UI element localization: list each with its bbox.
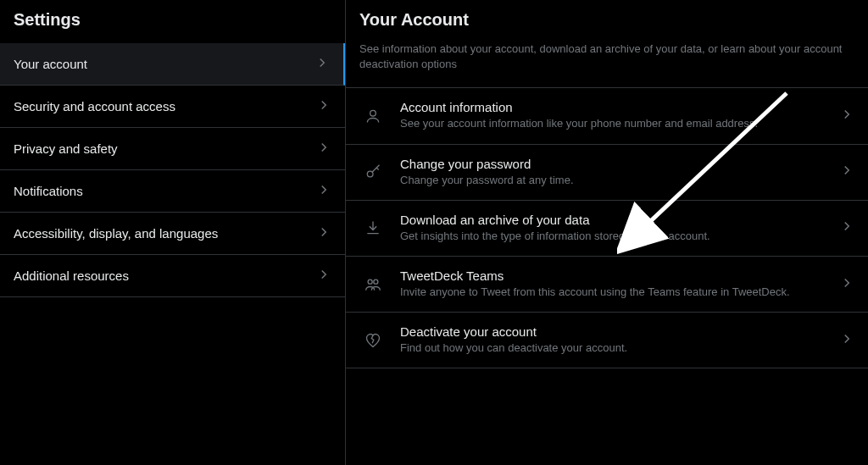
option-title: TweetDeck Teams: [400, 268, 826, 283]
sidebar-item-privacy-safety[interactable]: Privacy and safety: [0, 128, 345, 170]
chevron-right-icon: [839, 163, 854, 181]
chevron-right-icon: [839, 331, 854, 350]
option-text: Account information See your account inf…: [400, 100, 826, 131]
option-text: Download an archive of your data Get ins…: [400, 213, 826, 244]
sidebar-item-label: Your account: [14, 57, 87, 71]
teams-icon: [359, 276, 387, 293]
sidebar-header: Settings: [0, 0, 345, 43]
option-text: Deactivate your account Find out how you…: [400, 324, 826, 356]
key-icon: [359, 163, 387, 180]
option-title: Deactivate your account: [400, 324, 826, 339]
option-change-password[interactable]: Change your password Change your passwor…: [346, 144, 868, 200]
chevron-right-icon: [839, 275, 854, 294]
sidebar-item-label: Notifications: [14, 184, 83, 198]
sidebar-item-label: Additional resources: [14, 268, 129, 283]
option-tweetdeck-teams[interactable]: TweetDeck Teams Invite anyone to Tweet f…: [346, 256, 868, 312]
sidebar-item-security-access[interactable]: Security and account access: [0, 86, 345, 128]
sidebar-title: Settings: [14, 10, 331, 30]
chevron-right-icon: [316, 224, 331, 242]
sidebar-item-additional-resources[interactable]: Additional resources: [0, 255, 345, 297]
option-download-archive[interactable]: Download an archive of your data Get ins…: [346, 200, 868, 256]
option-sub: Get insights into the type of informatio…: [400, 229, 826, 244]
download-icon: [359, 219, 387, 236]
option-title: Change your password: [400, 157, 826, 171]
settings-sidebar: Settings Your account Security and accou…: [0, 0, 346, 465]
sidebar-item-your-account[interactable]: Your account: [0, 43, 345, 86]
chevron-right-icon: [839, 219, 854, 237]
chevron-right-icon: [839, 107, 854, 125]
option-title: Download an archive of your data: [400, 213, 826, 227]
sidebar-item-label: Privacy and safety: [14, 141, 118, 156]
option-sub: Invite anyone to Tweet from this account…: [400, 285, 826, 300]
chevron-right-icon: [316, 97, 331, 115]
sidebar-item-label: Security and account access: [14, 99, 175, 113]
main-title: Your Account: [359, 10, 854, 30]
option-deactivate-account[interactable]: Deactivate your account Find out how you…: [346, 312, 868, 368]
main-description: See information about your account, down…: [346, 30, 868, 87]
chevron-right-icon: [316, 182, 331, 200]
svg-point-2: [368, 280, 372, 284]
option-text: Change your password Change your passwor…: [400, 157, 826, 188]
sidebar-item-label: Accessibility, display, and languages: [14, 226, 218, 241]
option-sub: Change your password at any time.: [400, 173, 826, 188]
heartbreak-icon: [359, 332, 387, 349]
sidebar-item-notifications[interactable]: Notifications: [0, 170, 345, 213]
chevron-right-icon: [314, 55, 330, 73]
svg-point-0: [370, 110, 376, 116]
svg-point-3: [374, 280, 378, 284]
option-title: Account information: [400, 100, 826, 114]
option-text: TweetDeck Teams Invite anyone to Tweet f…: [400, 268, 826, 300]
sidebar-item-accessibility[interactable]: Accessibility, display, and languages: [0, 213, 345, 255]
chevron-right-icon: [316, 267, 331, 285]
option-account-information[interactable]: Account information See your account inf…: [346, 87, 868, 143]
user-icon: [359, 108, 387, 125]
main-panel: Your Account See information about your …: [346, 0, 868, 465]
main-header: Your Account: [346, 0, 868, 30]
option-sub: See your account information like your p…: [400, 116, 826, 131]
option-sub: Find out how you can deactivate your acc…: [400, 340, 826, 356]
chevron-right-icon: [316, 140, 331, 158]
